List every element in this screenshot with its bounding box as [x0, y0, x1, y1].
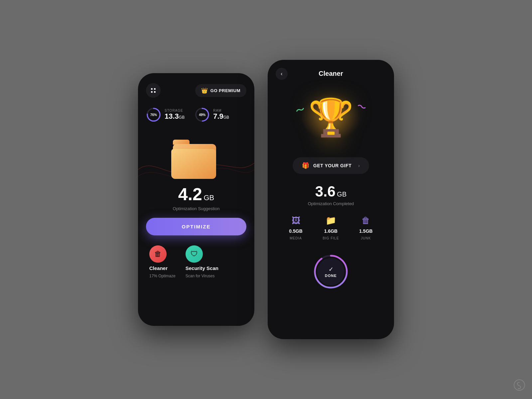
done-container: ✓ DONE	[313, 253, 349, 290]
cleaner-icon: 🗑	[149, 245, 167, 263]
junk-label: JUNK	[361, 236, 371, 240]
ram-info: RAM 7.9GB	[213, 109, 229, 120]
trophy-icon: 🏆	[308, 96, 354, 139]
security-title: Security Scan	[186, 265, 218, 271]
folder-illustration	[170, 132, 223, 179]
menu-button[interactable]	[146, 83, 161, 98]
storage-value: 13.3GB	[165, 112, 185, 120]
trophy-area: 〜 🏆 〜	[276, 81, 386, 154]
storage-percent: 76%	[150, 113, 157, 117]
cleaner-subtitle: 17% Optimaze	[149, 274, 176, 278]
cleaner-title: Cleaner	[149, 265, 168, 271]
junk-category: 🗑 1.5GB JUNK	[359, 215, 372, 240]
optimization-unit: GB	[203, 194, 214, 202]
right-header: ‹ Cleaner	[276, 70, 386, 77]
security-action[interactable]: 🛡 Security Scan Scan for Viruses	[186, 245, 218, 278]
right-title: Cleaner	[319, 70, 343, 77]
optimize-button[interactable]: OPTIMIZE	[146, 218, 246, 235]
media-label: MEDIA	[290, 236, 302, 240]
cleaner-action[interactable]: 🗑 Cleaner 17% Optimaze	[149, 245, 176, 278]
category-row: 🖼 0.5GB MEDIA 📁 1.6GB BIG FILE 🗑 1.5GB J…	[276, 215, 386, 240]
left-phone: 👑 GO PREMIUM 76% STORAGE 13.3GB	[138, 73, 254, 326]
security-subtitle: Scan for Viruses	[186, 274, 215, 278]
media-value: 0.5GB	[289, 228, 302, 234]
premium-button[interactable]: 👑 GO PREMIUM	[195, 84, 246, 97]
storage-info: STORAGE 13.3GB	[165, 109, 185, 120]
ram-gauge: 49%	[195, 107, 210, 122]
done-ring[interactable]: ✓ DONE	[313, 253, 349, 290]
done-label: DONE	[325, 274, 337, 278]
gift-icon: 🎁	[302, 162, 309, 169]
bigfile-value: 1.6GB	[324, 228, 337, 234]
storage-gauge: 76%	[146, 107, 161, 122]
size-display: 4.2 GB	[178, 184, 214, 204]
top-bar: 👑 GO PREMIUM	[146, 83, 246, 98]
ram-percent: 49%	[199, 113, 205, 117]
result-unit: GB	[337, 191, 346, 198]
stats-row: 76% STORAGE 13.3GB 49%	[146, 107, 246, 122]
result-number: 3.6	[315, 183, 335, 200]
gift-button[interactable]: 🎁 GET YOUR GIFT ›	[293, 157, 369, 174]
result-label: Optimization Completed	[308, 201, 354, 206]
media-category: 🖼 0.5GB MEDIA	[289, 215, 302, 240]
bottom-actions: 🗑 Cleaner 17% Optimaze 🛡 Security Scan S…	[146, 245, 246, 278]
bigfile-label: BIG FILE	[323, 236, 339, 240]
right-phone: ‹ Cleaner 〜 🏆 〜 🎁 GET YOUR GIFT › 3.6 GB…	[268, 60, 394, 339]
optimization-label: Optimization Suggestion	[173, 206, 220, 211]
back-button[interactable]: ‹	[276, 68, 288, 80]
storage-stat: 76% STORAGE 13.3GB	[146, 107, 185, 122]
ram-stat: 49% RAM 7.9GB	[195, 107, 229, 122]
bigfile-icon: 📁	[326, 215, 336, 226]
security-icon: 🛡	[186, 245, 203, 263]
menu-dots-icon	[151, 88, 156, 93]
bigfile-category: 📁 1.6GB BIG FILE	[323, 215, 339, 240]
optimization-size: 4.2	[178, 185, 202, 204]
result-size-display: 3.6 GB	[315, 183, 347, 200]
gift-chevron-icon: ›	[358, 163, 360, 168]
gift-label: GET YOUR GIFT	[313, 163, 351, 168]
junk-icon: 🗑	[361, 215, 370, 226]
premium-label: GO PREMIUM	[210, 88, 240, 93]
junk-value: 1.5GB	[359, 228, 372, 234]
done-check-icon: ✓	[329, 266, 333, 273]
media-icon: 🖼	[292, 215, 300, 226]
done-inner: ✓ DONE	[317, 258, 344, 285]
watermark	[513, 379, 525, 392]
crown-icon: 👑	[201, 87, 208, 94]
ram-value: 7.9GB	[213, 112, 229, 120]
